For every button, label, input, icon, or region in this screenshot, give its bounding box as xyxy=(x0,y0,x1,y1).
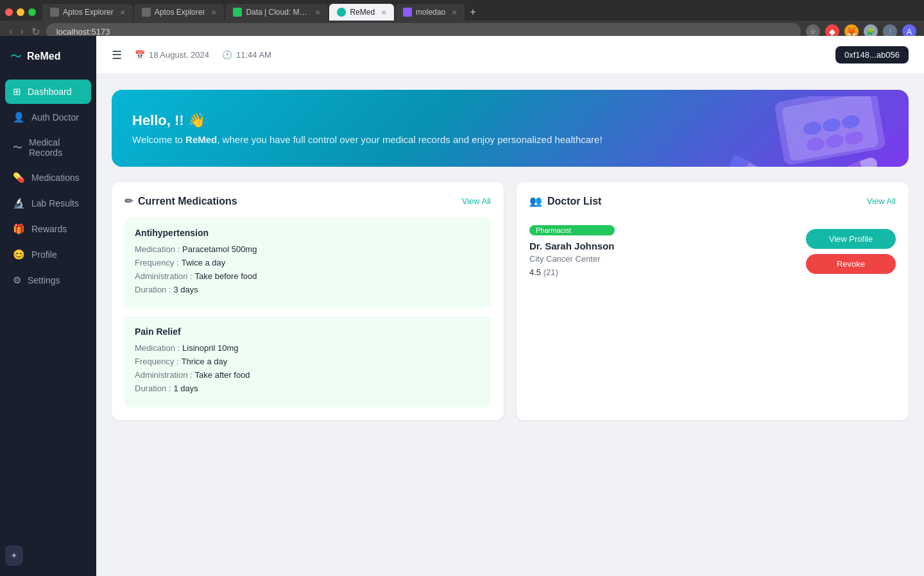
sidebar-item-label-medications: Medications xyxy=(31,173,80,183)
hero-subtitle: Welcome to ReMed, where you have full co… xyxy=(132,134,603,145)
hero-text: Hello, !! 👋 Welcome to ReMed, where you … xyxy=(132,112,603,145)
doctor-clinic-1: City Cancer Center xyxy=(529,254,615,264)
tab-close-aptos1[interactable]: ✕ xyxy=(120,9,125,16)
tab-mongodb[interactable]: Data | Cloud: MongoDB Clou... ✕ xyxy=(225,4,328,21)
duration-label-2: Duration : xyxy=(135,384,171,393)
minimize-button[interactable] xyxy=(17,8,24,16)
hero-brand: ReMed xyxy=(185,134,217,145)
users-icon: 👥 xyxy=(529,195,542,207)
doctor-info-1: Pharmacist Dr. Sarah Johnson City Cancer… xyxy=(529,225,615,277)
sidebar-bottom: ✦ xyxy=(0,535,96,576)
tab-aptos1[interactable]: Aptos Explorer ✕ xyxy=(42,4,133,21)
tab-close-moledao[interactable]: ✕ xyxy=(452,9,457,16)
svg-rect-9 xyxy=(728,154,749,167)
tab-moledao[interactable]: moledao ✕ xyxy=(395,4,465,21)
medication-category-2: Pain Relief xyxy=(135,326,481,337)
nav-items: ⊞ Dashboard 👤 Auth Doctor 〜 Medical Reco… xyxy=(0,74,96,535)
sidebar-item-dashboard[interactable]: ⊞ Dashboard xyxy=(5,80,91,104)
sidebar-item-medications[interactable]: 💊 Medications xyxy=(5,165,91,190)
sidebar-item-label-medical-records: Medical Records xyxy=(29,137,83,158)
maximize-button[interactable] xyxy=(28,8,36,16)
medication-detail-admin-2: Administration : Take after food xyxy=(135,370,481,380)
medications-card-title-text: Current Medications xyxy=(138,196,237,207)
medications-view-all[interactable]: View All xyxy=(462,196,491,206)
medications-card-title: ✏ Current Medications xyxy=(124,195,237,207)
sidebar-item-lab-results[interactable]: 🔬 Lab Results xyxy=(5,191,91,216)
doctor-list-card: 👥 Doctor List View All Pharmacist Dr. Sa… xyxy=(517,182,909,420)
duration-value-2: 1 days xyxy=(173,384,198,393)
frequency-label-1: Frequency : xyxy=(135,258,179,267)
rating-count-1: (21) xyxy=(543,267,558,277)
hero-pills-decoration xyxy=(723,96,889,167)
cards-row: ✏ Current Medications View All Antihyper… xyxy=(112,182,909,420)
admin-label-2: Administration : xyxy=(135,370,193,380)
medication-label-2: Medication : xyxy=(135,343,180,353)
content: Hello, !! 👋 Welcome to ReMed, where you … xyxy=(96,74,924,576)
duration-value-1: 3 days xyxy=(173,285,198,294)
sidebar-item-medical-records[interactable]: 〜 Medical Records xyxy=(5,131,91,164)
medication-label-1: Medication : xyxy=(135,244,180,254)
new-tab-button[interactable]: + xyxy=(466,5,479,19)
frequency-value-1: Twice a day xyxy=(182,258,226,267)
medication-item-2: Pain Relief Medication : Lisinopril 10mg… xyxy=(124,316,491,407)
tab-label-mongodb: Data | Cloud: MongoDB Clou... xyxy=(246,8,309,17)
medication-detail-admin-1: Administration : Take before food xyxy=(135,271,481,281)
medication-value-2: Lisinopril 10mg xyxy=(182,343,238,353)
doctor-card-header: 👥 Doctor List View All xyxy=(529,195,896,207)
time-text: 11:44 AM xyxy=(236,50,271,60)
traffic-lights xyxy=(5,8,36,16)
view-profile-button[interactable]: View Profile xyxy=(806,229,896,249)
wallet-badge: 0xf148...ab056 xyxy=(835,46,909,64)
tab-close-remed[interactable]: ✕ xyxy=(381,9,386,16)
hero-banner: Hello, !! 👋 Welcome to ReMed, where you … xyxy=(112,90,909,167)
app: 〜 ReMed ⊞ Dashboard 👤 Auth Doctor 〜 Medi… xyxy=(0,36,924,576)
rating-value-1: 4.5 xyxy=(529,267,541,277)
sidebar-item-rewards[interactable]: 🎁 Rewards xyxy=(5,217,91,241)
close-button[interactable] xyxy=(5,8,13,16)
sidebar-item-auth-doctor[interactable]: 👤 Auth Doctor xyxy=(5,105,91,130)
tab-close-mongodb[interactable]: ✕ xyxy=(315,9,320,16)
clock-icon: 🕐 xyxy=(222,50,232,60)
tab-remed[interactable]: ReMed ✕ xyxy=(329,4,394,21)
tab-label-aptos1: Aptos Explorer xyxy=(63,8,114,17)
rewards-icon: 🎁 xyxy=(13,223,25,235)
doctor-entry-1: Pharmacist Dr. Sarah Johnson City Cancer… xyxy=(529,217,896,285)
medications-icon: 💊 xyxy=(13,172,25,183)
sidebar-item-label-dashboard: Dashboard xyxy=(28,87,72,97)
tab-favicon-remed xyxy=(337,8,346,17)
sidebar-item-profile[interactable]: 😊 Profile xyxy=(5,242,91,267)
topbar: ☰ 📅 18 August, 2024 🕐 11:44 AM 0xf148...… xyxy=(96,36,924,74)
admin-value-1: Take before food xyxy=(195,271,257,281)
sidebar-item-label-rewards: Rewards xyxy=(31,224,67,234)
admin-label-1: Administration : xyxy=(135,271,193,281)
tab-aptos2[interactable]: Aptos Explorer ✕ xyxy=(134,4,225,21)
menu-icon[interactable]: ☰ xyxy=(112,48,122,62)
logo-text: ReMed xyxy=(27,51,60,62)
sidebar-item-label-auth-doctor: Auth Doctor xyxy=(31,112,79,123)
doctor-actions-1: View Profile Revoke xyxy=(806,229,896,274)
sidebar-bottom-settings-button[interactable]: ✦ xyxy=(5,545,23,566)
sidebar-item-settings[interactable]: ⚙ Settings xyxy=(5,268,91,292)
sidebar-item-label-profile: Profile xyxy=(31,250,57,260)
date-text: 18 August, 2024 xyxy=(149,50,209,60)
doctor-view-all[interactable]: View All xyxy=(867,196,896,206)
revoke-button[interactable]: Revoke xyxy=(806,254,896,274)
frequency-label-2: Frequency : xyxy=(135,357,179,366)
doctor-card-title-text: Doctor List xyxy=(547,196,601,207)
sidebar-item-label-settings: Settings xyxy=(28,275,60,285)
frequency-value-2: Thrice a day xyxy=(182,357,228,366)
medication-detail-frequency-2: Frequency : Thrice a day xyxy=(135,357,481,366)
hero-subtitle-before: Welcome to xyxy=(132,134,185,145)
tab-label-aptos2: Aptos Explorer xyxy=(155,8,205,17)
medical-records-icon: 〜 xyxy=(13,142,22,154)
tab-close-aptos2[interactable]: ✕ xyxy=(211,9,216,16)
doctor-name-1: Dr. Sarah Johnson xyxy=(529,241,615,251)
tab-favicon-mongodb xyxy=(233,8,242,17)
topbar-date: 📅 18 August, 2024 xyxy=(135,50,209,60)
medication-category-1: Antihypertension xyxy=(135,228,481,238)
topbar-left: ☰ 📅 18 August, 2024 🕐 11:44 AM xyxy=(112,48,271,62)
pharmacist-badge: Pharmacist xyxy=(529,225,615,235)
tab-label-moledao: moledao xyxy=(416,8,445,17)
tab-favicon-aptos2 xyxy=(142,8,151,17)
medication-detail-medication-1: Medication : Paracetamol 500mg xyxy=(135,244,481,254)
